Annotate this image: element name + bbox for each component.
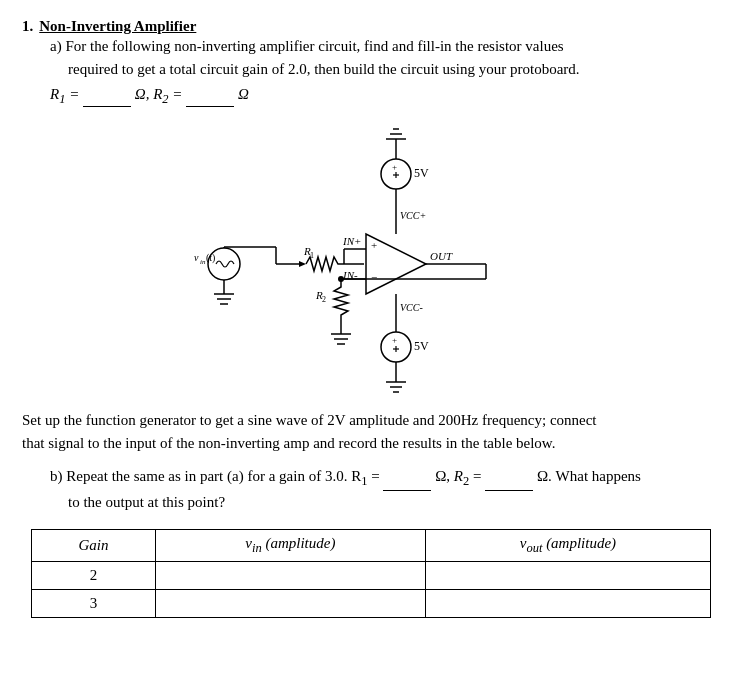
gain-label: Gain: [78, 537, 108, 553]
vin-suffix: (amplitude): [262, 535, 336, 551]
vcc-minus-label: VCC-: [400, 302, 423, 313]
part-a-label: a): [50, 38, 62, 54]
vin-col-label: vin (amplitude): [245, 535, 335, 551]
resistor-values-line: R1 = Ω, R2 = Ω: [50, 86, 720, 107]
part-a-text1: For the following non-inverting amplifie…: [65, 38, 563, 54]
out-label: OUT: [430, 250, 453, 262]
vout-col-label: vout (amplitude): [520, 535, 616, 551]
in-plus-label: IN+: [342, 235, 361, 247]
table-row: 2: [32, 561, 711, 589]
vcc-plus-sign: +: [392, 162, 397, 172]
circuit-svg: IN+ IN- OUT + − VCC+ + 5V VCC- +: [186, 119, 556, 399]
problem-header: 1. Non-Inverting Amplifier: [22, 18, 720, 35]
vout-sub-label: out: [526, 541, 542, 555]
vcc-bottom-plus-sign: +: [392, 335, 397, 345]
r2-sub: 2: [322, 295, 326, 304]
part-a: a) For the following non-inverting ampli…: [50, 35, 720, 107]
setup-text1: Set up the function generator to get a s…: [22, 412, 597, 428]
circuit-diagram: IN+ IN- OUT + − VCC+ + 5V VCC- +: [22, 119, 720, 399]
vin-v: v: [245, 535, 252, 551]
part-b-label: b): [50, 468, 63, 484]
vin-sub-label: in: [252, 541, 262, 555]
cell-gain-1: 3: [32, 589, 156, 617]
cell-vout-0: [425, 561, 710, 589]
vcc-plus-label: VCC+: [400, 210, 426, 221]
vin-label: v: [194, 252, 199, 263]
cell-vin-0: [155, 561, 425, 589]
part-b: b) Repeat the same as in part (a) for a …: [50, 465, 720, 515]
part-a-text2: required to get a total circuit gain of …: [68, 61, 580, 77]
part-b-mid: = Ω, R2 = Ω. What happens: [371, 468, 641, 484]
svg-marker-25: [299, 261, 306, 267]
col-vout-header: vout (amplitude): [425, 529, 710, 561]
v5-bottom-label: 5V: [414, 339, 429, 353]
col-gain-header: Gain: [32, 529, 156, 561]
results-table-wrapper: Gain vin (amplitude) vout (amplitude) 23: [22, 529, 720, 618]
col-vin-header: vin (amplitude): [155, 529, 425, 561]
problem-title: Non-Inverting Amplifier: [39, 18, 196, 35]
cell-vout-1: [425, 589, 710, 617]
cell-gain-0: 2: [32, 561, 156, 589]
table-row: 3: [32, 589, 711, 617]
plus-symbol: +: [371, 239, 377, 251]
results-table: Gain vin (amplitude) vout (amplitude) 23: [31, 529, 711, 618]
r1-label: R1 = Ω, R2 = Ω: [50, 86, 249, 102]
vout-suffix: (amplitude): [542, 535, 616, 551]
part-b-text2: to the output at this point?: [68, 494, 225, 510]
v5-top-label: 5V: [414, 166, 429, 180]
problem-number: 1.: [22, 18, 33, 35]
setup-text: Set up the function generator to get a s…: [22, 409, 720, 456]
part-b-line: b) Repeat the same as in part (a) for a …: [50, 465, 720, 515]
cell-vin-1: [155, 589, 425, 617]
svg-point-37: [338, 276, 344, 282]
setup-text2: that signal to the input of the non-inve…: [22, 435, 555, 451]
minus-symbol: −: [371, 271, 377, 283]
part-a-text: a) For the following non-inverting ampli…: [50, 35, 720, 82]
vin-parens: (t): [206, 252, 215, 264]
part-b-text: Repeat the same as in part (a) for a gai…: [66, 468, 361, 484]
